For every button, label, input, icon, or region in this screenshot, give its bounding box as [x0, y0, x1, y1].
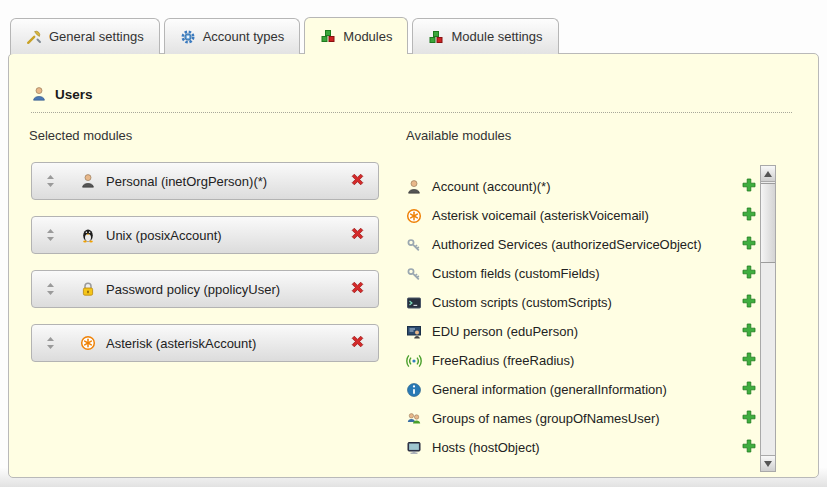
available-module-row: EDU person (eduPerson) [406, 317, 758, 346]
tab-label: Module settings [451, 29, 542, 44]
module-label: Hosts (hostObject) [432, 440, 540, 455]
remove-module-button[interactable] [348, 226, 366, 244]
monitor-icon [406, 440, 422, 456]
green-plus-icon [741, 293, 757, 312]
modules-icon [320, 28, 336, 44]
module-label: Groups of names (groupOfNamesUser) [432, 411, 660, 426]
selected-module-row: Asterisk (asteriskAccount) [31, 324, 379, 362]
red-x-icon [349, 225, 366, 245]
drag-handle-icon[interactable] [44, 282, 56, 296]
green-plus-icon [741, 438, 757, 457]
asterisk-icon [80, 335, 96, 351]
green-plus-icon [741, 206, 757, 225]
green-plus-icon [741, 235, 757, 254]
scrollbar-thumb[interactable] [761, 183, 775, 263]
antenna-icon [406, 353, 422, 369]
keys-icon [406, 237, 422, 253]
available-module-row: General information (generalInformation) [406, 375, 758, 404]
add-module-button[interactable] [740, 439, 758, 457]
remove-module-button[interactable] [348, 172, 366, 190]
add-module-button[interactable] [740, 207, 758, 225]
green-plus-icon [741, 351, 757, 370]
add-module-button[interactable] [740, 294, 758, 312]
drag-handle-icon[interactable] [44, 228, 56, 242]
green-plus-icon [741, 322, 757, 341]
add-module-button[interactable] [740, 323, 758, 341]
module-label: EDU person (eduPerson) [432, 324, 578, 339]
tab-module-settings[interactable]: Module settings [412, 18, 558, 54]
arrow-up-icon [764, 171, 772, 177]
modules-icon [428, 29, 444, 45]
red-x-icon [349, 333, 366, 353]
module-label: General information (generalInformation) [432, 382, 667, 397]
scroll-down-button[interactable] [761, 455, 775, 471]
green-plus-icon [741, 264, 757, 283]
selected-module-row: Unix (posixAccount) [31, 216, 379, 254]
add-module-button[interactable] [740, 178, 758, 196]
module-label: Password policy (ppolicyUser) [106, 282, 280, 297]
available-module-row: FreeRadius (freeRadius) [406, 346, 758, 375]
module-label: Asterisk (asteriskAccount) [106, 336, 256, 351]
info-icon [406, 382, 422, 398]
person-icon [406, 179, 422, 195]
scroll-up-button[interactable] [761, 166, 775, 182]
person-icon [80, 173, 96, 189]
tab-label: General settings [49, 29, 144, 44]
remove-module-button[interactable] [348, 334, 366, 352]
tab-label: Modules [343, 29, 392, 44]
red-x-icon [349, 171, 366, 191]
drag-handle-icon[interactable] [44, 174, 56, 188]
module-label: Personal (inetOrgPerson)(*) [106, 174, 267, 189]
selected-modules-list: Personal (inetOrgPerson)(*) Unix (posixA… [31, 162, 379, 362]
module-label: FreeRadius (freeRadius) [432, 353, 574, 368]
tab-bar: General settings Account types Modules M… [10, 17, 559, 54]
selected-module-row: Password policy (ppolicyUser) [31, 270, 379, 308]
module-label: Custom scripts (customScripts) [432, 295, 612, 310]
lock-icon [80, 281, 96, 297]
module-label: Asterisk voicemail (asteriskVoicemail) [432, 208, 649, 223]
available-modules-list: Account (account)(*) Asterisk voicemail … [406, 172, 758, 462]
available-module-row: Authorized Services (authorizedServiceOb… [406, 230, 758, 259]
available-module-row: Groups of names (groupOfNamesUser) [406, 404, 758, 433]
add-module-button[interactable] [740, 265, 758, 283]
tab-general-settings[interactable]: General settings [10, 18, 160, 54]
module-label: Authorized Services (authorizedServiceOb… [432, 237, 702, 252]
modules-panel: Users Selected modules Available modules… [8, 53, 819, 478]
module-label: Unix (posixAccount) [106, 228, 222, 243]
selected-module-row: Personal (inetOrgPerson)(*) [31, 162, 379, 200]
section-title: Users [55, 87, 93, 102]
tab-account-types[interactable]: Account types [164, 18, 301, 54]
group-icon [406, 411, 422, 427]
add-module-button[interactable] [740, 410, 758, 428]
available-module-row: Asterisk voicemail (asteriskVoicemail) [406, 201, 758, 230]
selected-modules-heading: Selected modules [29, 128, 132, 143]
green-plus-icon [741, 409, 757, 428]
available-module-row: Account (account)(*) [406, 172, 758, 201]
lam-configuration-page: General settings Account types Modules M… [0, 0, 827, 487]
available-modules-heading: Available modules [406, 128, 511, 143]
module-label: Custom fields (customFields) [432, 266, 600, 281]
tab-modules[interactable]: Modules [304, 17, 408, 54]
user-icon [31, 86, 47, 102]
add-module-button[interactable] [740, 352, 758, 370]
wrench-icon [26, 29, 42, 45]
module-label: Account (account)(*) [432, 179, 551, 194]
tab-label: Account types [203, 29, 285, 44]
arrow-down-icon [764, 461, 772, 467]
available-module-row: Custom scripts (customScripts) [406, 288, 758, 317]
remove-module-button[interactable] [348, 280, 366, 298]
account-type-header: Users [31, 86, 93, 102]
available-module-row: Custom fields (customFields) [406, 259, 758, 288]
add-module-button[interactable] [740, 236, 758, 254]
green-plus-icon [741, 177, 757, 196]
gear-icon [180, 29, 196, 45]
red-x-icon [349, 279, 366, 299]
script-icon [406, 295, 422, 311]
add-module-button[interactable] [740, 381, 758, 399]
penguin-icon [80, 227, 96, 243]
available-modules-scrollbar[interactable] [760, 165, 776, 472]
available-module-row: Hosts (hostObject) [406, 433, 758, 462]
asterisk-icon [406, 208, 422, 224]
divider [31, 112, 792, 113]
drag-handle-icon[interactable] [44, 336, 56, 350]
